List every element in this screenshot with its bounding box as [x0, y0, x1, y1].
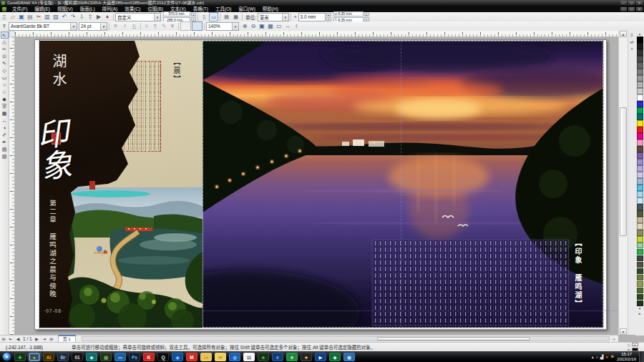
- palette-color-23[interactable]: [637, 185, 643, 191]
- zoom-tool-icon-4[interactable]: ▭: [275, 22, 283, 30]
- palette-color-24[interactable]: [637, 191, 643, 197]
- palette-color-12[interactable]: [637, 114, 643, 120]
- menu-item[interactable]: 窗口(W): [235, 6, 258, 12]
- guideline-vertical-1[interactable]: [203, 41, 203, 328]
- lake-day-photo[interactable]: [68, 187, 203, 328]
- app-illustrator[interactable]: Ai: [43, 353, 54, 361]
- palette-color-16[interactable]: [637, 140, 643, 146]
- app-blue-box[interactable]: ▭: [114, 353, 126, 361]
- palette-color-31[interactable]: [637, 236, 643, 243]
- dimension-tool[interactable]: ↔: [1, 117, 9, 124]
- zoom-level-select[interactable]: 140%▾: [206, 22, 239, 31]
- title-bar[interactable]: CorelDRAW X4 (专业版) - [E:\雁鸣湖2008\CDR\A-大…: [0, 0, 644, 6]
- palette-color-34[interactable]: [637, 255, 643, 262]
- bold-button[interactable]: B: [111, 21, 120, 31]
- palette-color-4[interactable]: [637, 62, 643, 69]
- pick-tool[interactable]: ↖: [1, 31, 9, 39]
- app-browser[interactable]: ◉: [172, 353, 183, 361]
- table-tool[interactable]: ▦: [1, 110, 9, 117]
- palette-color-33[interactable]: [637, 249, 643, 255]
- app-zeroone[interactable]: 01: [72, 353, 83, 361]
- palette-color-5[interactable]: [637, 69, 643, 75]
- basic-shapes-tool[interactable]: ◆: [1, 96, 9, 103]
- horizontal-scroll-thumb[interactable]: [377, 337, 530, 341]
- palette-color-9[interactable]: [637, 94, 643, 101]
- next-page-button[interactable]: ▶: [34, 336, 41, 341]
- chapter-title[interactable]: 第二章 雁鸣湖之晨与傍晚: [47, 200, 57, 314]
- app-green-e[interactable]: e: [286, 353, 298, 361]
- add-page-button-2[interactable]: ⊞: [48, 336, 55, 341]
- app-m[interactable]: M: [186, 353, 197, 361]
- add-page-button[interactable]: ⊞: [0, 336, 7, 341]
- single-page-button[interactable]: ▤: [222, 12, 231, 21]
- copy-button[interactable]: ▥: [43, 13, 52, 21]
- welcome-button[interactable]: ♦: [103, 13, 112, 21]
- palette-color-38[interactable]: [637, 281, 643, 288]
- text-misc-icon-1[interactable]: ¶: [151, 22, 160, 30]
- app-mail[interactable]: ✉: [215, 353, 226, 361]
- palette-color-13[interactable]: [637, 120, 643, 127]
- text-tool[interactable]: 字: [1, 103, 9, 110]
- palette-color-41[interactable]: [637, 300, 643, 307]
- polygon-tool[interactable]: ☆: [1, 89, 9, 96]
- palette-color-18[interactable]: [637, 152, 643, 159]
- palette-down-arrow[interactable]: ▾: [639, 306, 641, 311]
- vertical-scrollbar[interactable]: ▲ ▼: [618, 31, 628, 335]
- facing-pages-button[interactable]: ▦: [231, 12, 240, 21]
- horizontal-scrollbar[interactable]: [82, 336, 610, 341]
- palette-color-3[interactable]: [637, 56, 643, 62]
- app-photos[interactable]: ▣: [343, 353, 355, 361]
- docker-close-icon[interactable]: ×: [630, 47, 633, 51]
- tray-icon-0[interactable]: ▴: [592, 354, 594, 359]
- dropdown-arrow-icon[interactable]: ▾: [70, 23, 77, 30]
- app-panel[interactable]: ▦: [100, 353, 112, 361]
- start-button[interactable]: ❖: [2, 352, 11, 361]
- palette-color-10[interactable]: [637, 101, 643, 107]
- font-select[interactable]: AvantGarde Bk BT▾: [9, 22, 77, 31]
- app-media[interactable]: ◆: [86, 353, 97, 361]
- guideline-horizontal[interactable]: [203, 310, 618, 311]
- print-button[interactable]: ▤: [26, 13, 34, 21]
- menu-item[interactable]: 帮助(H): [259, 6, 282, 12]
- paper-width-field[interactable]: ↔570.0 mm: [163, 11, 190, 17]
- undo-button[interactable]: ↶: [60, 13, 69, 21]
- palette-color-27[interactable]: [637, 210, 643, 217]
- crop-tool[interactable]: ✂: [1, 46, 9, 53]
- palette-up-arrow[interactable]: ▴: [639, 31, 641, 36]
- redo-button[interactable]: ↷: [69, 13, 77, 21]
- portrait-button[interactable]: ▯: [200, 12, 209, 21]
- underline-button[interactable]: U: [130, 21, 139, 31]
- palette-color-19[interactable]: [637, 159, 643, 165]
- menu-item[interactable]: 编辑(E): [31, 6, 54, 12]
- dropdown-arrow-icon[interactable]: ▾: [100, 23, 107, 30]
- ellipse-tool[interactable]: ○: [1, 82, 9, 89]
- duplicate-spinner[interactable]: ▴▾: [364, 13, 369, 21]
- tray-icon-2[interactable]: ▟: [600, 354, 604, 359]
- tray-icon-1[interactable]: ♪: [596, 355, 598, 359]
- nudge-field[interactable]: 3.0 mm: [298, 13, 326, 21]
- paper-preset-select[interactable]: 自定义▾: [115, 13, 161, 21]
- taskbar-clock[interactable]: 15:17 2013/2/16: [617, 352, 636, 361]
- prev-page-button[interactable]: ◀: [14, 336, 21, 341]
- dropdown-arrow-icon[interactable]: ▾: [154, 14, 160, 21]
- palette-color-11[interactable]: [637, 107, 643, 114]
- smart-fill-tool[interactable]: ◇: [1, 67, 9, 74]
- doc-restore-button[interactable]: □: [628, 7, 635, 11]
- zoom-tool-icon-1[interactable]: ⊖: [249, 22, 258, 30]
- guideline-vertical-2[interactable]: [401, 41, 401, 328]
- freehand-tool[interactable]: ✎: [1, 60, 9, 67]
- vertical-scroll-thumb[interactable]: [620, 107, 627, 236]
- interactive-fill-tool[interactable]: ▨: [1, 153, 9, 160]
- sunset-lake-photo[interactable]: [203, 41, 603, 328]
- zoom-tool-icon-6[interactable]: ↕: [292, 22, 301, 30]
- maximize-button[interactable]: □: [628, 1, 635, 5]
- show-desktop-button[interactable]: [639, 351, 644, 362]
- save-button[interactable]: ▣: [17, 13, 26, 21]
- palette-color-26[interactable]: [637, 204, 643, 210]
- export-button[interactable]: ⇧: [86, 13, 94, 21]
- app-parrot[interactable]: ♣: [258, 353, 269, 361]
- app-qq[interactable]: Q: [157, 353, 169, 361]
- font-size-select[interactable]: 24 pt▾: [79, 22, 107, 31]
- scroll-down-arrow[interactable]: ▼: [620, 328, 627, 335]
- text-misc-icon-0[interactable]: ≡: [142, 22, 151, 30]
